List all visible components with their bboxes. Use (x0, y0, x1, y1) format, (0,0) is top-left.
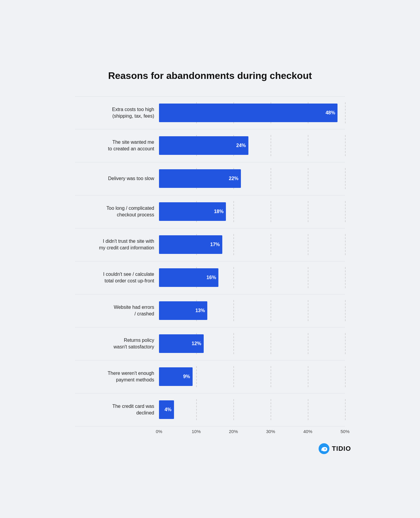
chart-container: Reasons for abandonments during checkout… (63, 58, 357, 460)
grid-line (233, 333, 234, 354)
grid-line (345, 102, 346, 123)
bar: 22% (159, 169, 241, 188)
bar-label-text: There weren't enoughpayment methods (75, 370, 159, 383)
grid-line (308, 300, 308, 321)
bar-label-text: I couldn't see / calculatetotal order co… (75, 271, 159, 284)
x-axis-tick: 10% (192, 429, 201, 434)
grid-line (233, 300, 234, 321)
bar-area: 22% (159, 168, 345, 189)
bar: 4% (159, 400, 174, 419)
bar: 48% (159, 104, 338, 122)
bar-area: 16% (159, 267, 345, 288)
grid-line (233, 267, 234, 288)
grid-overlay (159, 399, 345, 420)
bar: 18% (159, 202, 226, 221)
bar: 13% (159, 301, 207, 320)
bar-label-text: Too long / complicatedcheckout process (75, 205, 159, 218)
bar-percentage-label: 22% (229, 176, 238, 181)
svg-point-1 (325, 448, 326, 450)
grid-line (271, 333, 271, 354)
grid-line (345, 234, 346, 255)
grid-line (271, 300, 271, 321)
bar: 9% (159, 367, 193, 386)
grid-line (345, 333, 346, 354)
grid-line (308, 168, 308, 189)
grid-line (308, 135, 308, 156)
bar-label-text: The site wanted meto created an account (75, 139, 159, 152)
x-axis-tick: 0% (156, 429, 162, 434)
x-axis-tick: 20% (229, 429, 238, 434)
grid-line (308, 366, 308, 387)
bar-row: Returns policywasn't satosfactory12% (75, 327, 345, 360)
bar-area: 24% (159, 135, 345, 156)
grid-line (345, 135, 346, 156)
bar-label-text: I didn't trust the site withmy credit ca… (75, 238, 159, 251)
bar-area: 4% (159, 399, 345, 420)
grid-line (308, 201, 308, 222)
x-axis-tick: 30% (266, 429, 275, 434)
tidio-brand-text: TIDIO (332, 445, 351, 453)
bar-percentage-label: 4% (164, 407, 171, 412)
grid-line (233, 399, 234, 420)
grid-line (271, 234, 271, 255)
bar-percentage-label: 18% (214, 209, 224, 214)
grid-line (308, 267, 308, 288)
bar-area: 48% (159, 102, 345, 123)
grid-line (308, 399, 308, 420)
bar-percentage-label: 9% (183, 374, 190, 379)
bar-percentage-label: 16% (206, 275, 216, 280)
bar-label-text: Extra costs too high(shipping, tax, fees… (75, 106, 159, 119)
grid-line (271, 366, 271, 387)
bar-area: 9% (159, 366, 345, 387)
grid-line (233, 201, 234, 222)
bar: 17% (159, 235, 222, 254)
chart-title: Reasons for abandonments during checkout (75, 70, 345, 81)
bar-row: The credit card wasdeclined4% (75, 393, 345, 426)
grid-line (233, 234, 234, 255)
bar-percentage-label: 13% (195, 308, 205, 313)
tidio-logo-icon (319, 443, 329, 454)
x-axis-tick: 50% (340, 429, 350, 434)
bar-label-text: Returns policywasn't satosfactory (75, 337, 159, 350)
bar-percentage-label: 24% (236, 143, 246, 148)
bar-label-text: Website had errors/ crashed (75, 304, 159, 317)
bar-row: The site wanted meto created an account2… (75, 129, 345, 162)
bar-row: There weren't enoughpayment methods9% (75, 360, 345, 393)
x-axis: 0%10%20%30%40%50% (159, 429, 345, 436)
bar: 12% (159, 334, 204, 353)
grid-line (308, 333, 308, 354)
grid-line (196, 366, 197, 387)
grid-line (196, 399, 197, 420)
grid-line (271, 399, 271, 420)
bar-row: Extra costs too high(shipping, tax, fees… (75, 96, 345, 129)
bar-area: 17% (159, 234, 345, 255)
bar-row: I couldn't see / calculatetotal order co… (75, 261, 345, 294)
chart-area: Extra costs too high(shipping, tax, fees… (75, 96, 345, 426)
bar: 16% (159, 268, 218, 287)
bar-row: Too long / complicatedcheckout process18… (75, 195, 345, 228)
grid-line (271, 135, 271, 156)
branding: TIDIO (319, 443, 351, 454)
grid-line (271, 267, 271, 288)
grid-line (233, 366, 234, 387)
grid-line (345, 366, 346, 387)
grid-line (345, 399, 346, 420)
bar-percentage-label: 17% (210, 242, 220, 247)
bar-area: 12% (159, 333, 345, 354)
bar-row: Delivery was too slow22% (75, 162, 345, 195)
bar-row: Website had errors/ crashed13% (75, 294, 345, 327)
bar-row: I didn't trust the site withmy credit ca… (75, 228, 345, 261)
bar-label-text: Delivery was too slow (75, 175, 159, 182)
grid-line (345, 168, 346, 189)
grid-line (271, 168, 271, 189)
bar-percentage-label: 12% (192, 341, 201, 346)
grid-line (345, 267, 346, 288)
bar: 24% (159, 136, 248, 155)
grid-line (345, 201, 346, 222)
grid-line (308, 234, 308, 255)
bar-area: 13% (159, 300, 345, 321)
bar-percentage-label: 48% (326, 110, 335, 116)
grid-line (271, 201, 271, 222)
bar-area: 18% (159, 201, 345, 222)
grid-line (345, 300, 346, 321)
